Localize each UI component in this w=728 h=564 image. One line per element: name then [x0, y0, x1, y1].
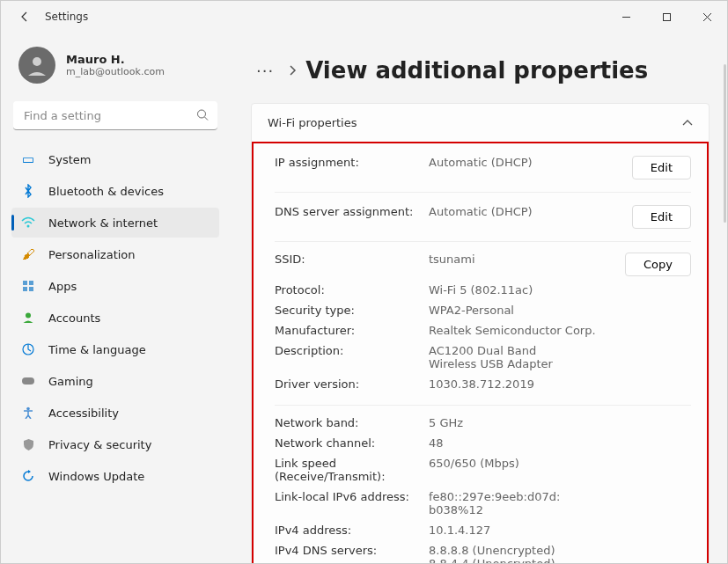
svg-line-4 [205, 117, 209, 121]
value: 10.1.4.127 [429, 524, 691, 537]
nav-label: Bluetooth & devices [48, 185, 164, 198]
nav-label: Gaming [48, 375, 93, 388]
maximize-button[interactable] [646, 1, 687, 33]
row-ip-assignment: IP assignment: Automatic (DHCP) Edit [275, 143, 691, 193]
back-button[interactable] [17, 9, 33, 25]
nav-system[interactable]: ▭ System [11, 144, 219, 174]
svg-point-5 [27, 225, 30, 228]
nav-time[interactable]: Time & language [11, 334, 219, 364]
minimize-button[interactable] [606, 1, 646, 33]
label: Network band: [275, 416, 429, 429]
close-button[interactable] [687, 1, 727, 33]
svg-point-2 [33, 57, 41, 66]
svg-rect-1 [663, 13, 670, 20]
value: 5 GHz [429, 416, 691, 429]
shield-icon [20, 436, 36, 452]
nav-label: Personalization [48, 248, 136, 261]
nav-label: Windows Update [48, 470, 144, 483]
nav-network[interactable]: Network & internet [11, 208, 219, 238]
wifi-icon [20, 215, 36, 231]
svg-rect-8 [23, 287, 27, 291]
nav-accessibility[interactable]: Accessibility [11, 398, 219, 428]
value: 8.8.8.8 (Unencrypted) 8.8.4.4 (Unencrypt… [429, 544, 691, 563]
label: Driver version: [275, 377, 429, 391]
nav-label: Accounts [48, 311, 100, 325]
value: 650/650 (Mbps) [429, 457, 691, 470]
nav-list: ▭ System Bluetooth & devices Network & i… [11, 144, 219, 491]
block-network: Network band: 5 GHz Network channel: 48 … [275, 406, 691, 563]
page-title: View additional properties [305, 57, 648, 84]
edit-dns-button[interactable]: Edit [632, 205, 691, 229]
monitor-icon: ▭ [20, 151, 36, 167]
nav-label: Time & language [48, 343, 146, 356]
profile[interactable]: Mauro H. m_lab@outlook.com [11, 41, 219, 96]
svg-point-3 [198, 110, 206, 118]
nav-label: Apps [48, 280, 77, 293]
panel-header[interactable]: Wi-Fi properties [252, 104, 709, 142]
svg-rect-12 [22, 377, 34, 385]
svg-point-13 [26, 407, 30, 411]
value: fe80::297e:9eeb:d07d:b038%12 [429, 490, 570, 516]
value: Automatic (DHCP) [429, 205, 632, 218]
nav-label: System [48, 153, 91, 166]
label: Security type: [275, 304, 429, 317]
label: SSID: [275, 253, 429, 266]
label: DNS server assignment: [275, 205, 429, 218]
value: Realtek Semiconductor Corp. [429, 324, 691, 337]
scrollbar-thumb[interactable] [724, 64, 726, 223]
label: IPv4 DNS servers: [275, 544, 429, 557]
gaming-icon [20, 373, 36, 389]
copy-button[interactable]: Copy [625, 253, 691, 276]
person-icon [20, 310, 36, 326]
label: Description: [275, 344, 429, 357]
label: Manufacturer: [275, 324, 429, 337]
titlebar: Settings [1, 1, 727, 33]
value: WPA2-Personal [429, 304, 691, 317]
search-icon [196, 107, 209, 124]
nav-accounts[interactable]: Accounts [11, 303, 219, 333]
profile-email: m_lab@outlook.com [66, 66, 165, 77]
main-content: ··· View additional properties Wi-Fi pro… [230, 33, 727, 563]
value: Wi-Fi 5 (802.11ac) [429, 283, 691, 297]
nav-gaming[interactable]: Gaming [11, 366, 219, 396]
svg-rect-6 [23, 281, 27, 285]
sidebar: Mauro H. m_lab@outlook.com ▭ System Blue… [1, 33, 230, 563]
accessibility-icon [20, 405, 36, 421]
nav-personalization[interactable]: 🖌 Personalization [11, 239, 219, 269]
nav-apps[interactable]: Apps [11, 271, 219, 301]
label: IPv4 address: [275, 524, 429, 537]
search-wrap [13, 101, 217, 130]
nav-label: Network & internet [48, 216, 158, 230]
breadcrumb-more[interactable]: ··· [251, 62, 279, 80]
label: IP assignment: [275, 156, 429, 169]
window-title: Settings [45, 11, 88, 23]
nav-label: Accessibility [48, 407, 119, 420]
bluetooth-icon [20, 183, 36, 199]
search-input[interactable] [13, 101, 217, 130]
value: Automatic (DHCP) [429, 156, 632, 169]
label: Link speed (Receive/Transmit): [275, 457, 429, 483]
value: tsunami [429, 253, 625, 266]
avatar [18, 47, 55, 84]
nav-update[interactable]: Windows Update [11, 461, 219, 491]
chevron-up-icon [682, 116, 693, 129]
apps-icon [20, 278, 36, 294]
wifi-properties-panel: Wi-Fi properties IP assignment: Automati… [251, 103, 710, 563]
value: 48 [429, 436, 691, 450]
label: Protocol: [275, 283, 429, 297]
panel-body: IP assignment: Automatic (DHCP) Edit DNS… [252, 142, 709, 563]
nav-privacy[interactable]: Privacy & security [11, 429, 219, 459]
label: Link-local IPv6 address: [275, 490, 429, 503]
chevron-right-icon [288, 62, 297, 79]
value: AC1200 Dual Band Wireless USB Adapter [429, 344, 570, 370]
value: 1030.38.712.2019 [429, 377, 691, 391]
update-icon [20, 468, 36, 484]
svg-point-10 [26, 313, 31, 319]
brush-icon: 🖌 [20, 246, 36, 262]
page-header: ··· View additional properties [251, 57, 710, 84]
svg-rect-7 [29, 281, 33, 285]
nav-label: Privacy & security [48, 438, 151, 451]
nav-bluetooth[interactable]: Bluetooth & devices [11, 176, 219, 206]
row-dns-assignment: DNS server assignment: Automatic (DHCP) … [275, 193, 691, 242]
edit-ip-button[interactable]: Edit [632, 156, 691, 179]
